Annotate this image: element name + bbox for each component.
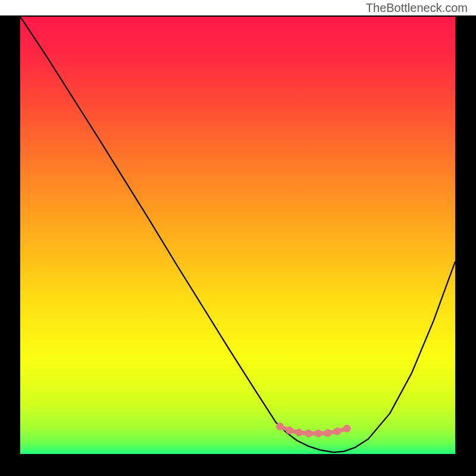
highlight-point [295, 428, 303, 436]
highlight-point [343, 425, 350, 433]
plot-area [20, 17, 455, 454]
gradient-background [20, 17, 455, 454]
highlight-point [333, 427, 341, 435]
chart-svg [20, 17, 455, 454]
highlight-point [314, 430, 322, 437]
chart-frame: TheBottleneck.com [0, 0, 476, 476]
highlight-point [276, 422, 284, 430]
highlight-point [324, 429, 331, 437]
watermark-text: TheBottleneck.com [366, 1, 468, 15]
highlight-point [286, 427, 293, 434]
highlight-point [305, 430, 312, 437]
plot-axes-background [0, 15, 476, 476]
